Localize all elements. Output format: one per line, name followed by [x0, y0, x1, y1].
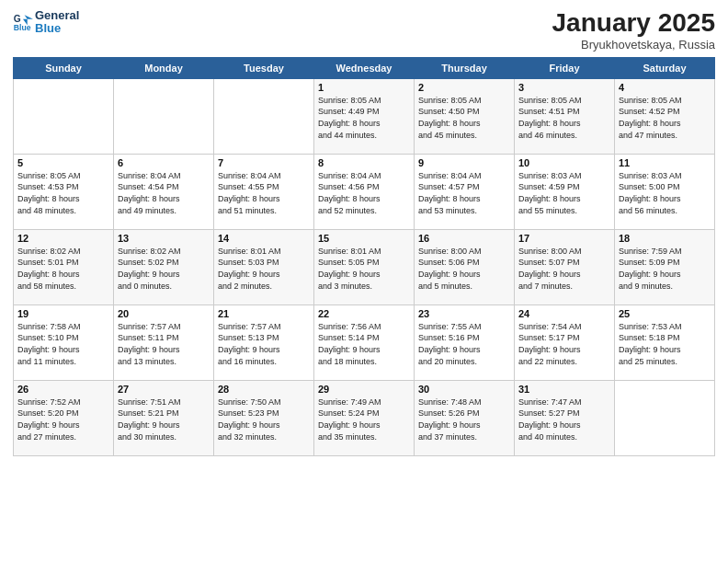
day-content-line: Sunset: 5:20 PM [17, 408, 79, 418]
day-content-line: Sunrise: 7:56 AM [318, 322, 381, 331]
day-content-line: and 22 minutes. [518, 357, 577, 366]
day-content-line: Daylight: 8 hours [619, 194, 681, 203]
day-content-line: Sunrise: 8:04 AM [418, 171, 482, 180]
day-content-line: Sunset: 4:53 PM [17, 182, 79, 191]
day-content-line: Sunset: 5:09 PM [619, 258, 680, 267]
day-content: Sunrise: 8:02 AMSunset: 5:01 PMDaylight:… [17, 246, 109, 292]
calendar-cell [214, 78, 314, 154]
day-content-line: and 3 minutes. [318, 282, 372, 291]
calendar-cell: 14Sunrise: 8:01 AMSunset: 5:03 PMDayligh… [214, 229, 314, 304]
day-content-line: Sunset: 5:24 PM [318, 408, 380, 418]
calendar-cell: 15Sunrise: 8:01 AMSunset: 5:05 PMDayligh… [314, 229, 415, 304]
day-content-line: Sunrise: 8:04 AM [318, 171, 381, 180]
calendar-cell: 12Sunrise: 8:02 AMSunset: 5:01 PMDayligh… [14, 229, 114, 304]
day-content-line: and 55 minutes. [518, 206, 577, 215]
title-block: January 2025 Bryukhovetskaya, Russia [552, 9, 715, 52]
day-content-line: Sunrise: 7:47 AM [518, 397, 582, 407]
day-number: 17 [518, 233, 610, 244]
day-content-line: and 53 minutes. [418, 206, 477, 215]
calendar-cell: 3Sunrise: 8:05 AMSunset: 4:51 PMDaylight… [515, 78, 615, 154]
day-content: Sunrise: 7:56 AMSunset: 5:14 PMDaylight:… [318, 321, 410, 367]
day-number: 14 [218, 233, 310, 244]
calendar-cell [615, 380, 715, 455]
day-content-line: Sunset: 5:05 PM [318, 258, 380, 267]
header-cell-sunday: Sunday [14, 57, 114, 78]
day-content-line: Daylight: 9 hours [218, 270, 280, 279]
day-content-line: Sunset: 5:07 PM [518, 258, 580, 267]
day-number: 11 [619, 157, 711, 168]
day-content-line: Sunrise: 8:05 AM [17, 171, 81, 180]
day-content: Sunrise: 7:57 AMSunset: 5:13 PMDaylight:… [218, 321, 310, 367]
header-cell-monday: Monday [114, 57, 214, 78]
day-content-line: Daylight: 8 hours [17, 270, 80, 279]
day-number: 21 [218, 308, 310, 319]
day-content-line: Daylight: 9 hours [17, 420, 80, 430]
day-content: Sunrise: 8:05 AMSunset: 4:52 PMDaylight:… [619, 95, 711, 141]
day-content-line: Sunrise: 8:01 AM [318, 247, 381, 256]
day-content-line: Sunset: 4:54 PM [118, 182, 179, 191]
calendar-cell: 9Sunrise: 8:04 AMSunset: 4:57 PMDaylight… [415, 154, 515, 229]
day-content: Sunrise: 7:50 AMSunset: 5:23 PMDaylight:… [218, 396, 310, 442]
calendar-cell: 30Sunrise: 7:48 AMSunset: 5:26 PMDayligh… [415, 380, 515, 455]
day-content-line: Sunrise: 7:53 AM [619, 322, 682, 331]
day-number: 15 [318, 233, 410, 244]
logo-general: General [35, 8, 79, 22]
day-number: 28 [218, 384, 310, 395]
day-content-line: Sunset: 5:17 PM [518, 333, 580, 342]
day-number: 8 [318, 157, 410, 168]
day-content: Sunrise: 7:58 AMSunset: 5:10 PMDaylight:… [17, 321, 109, 367]
logo-icon: G Blue [13, 12, 33, 32]
day-content-line: Sunset: 4:49 PM [318, 107, 380, 116]
day-content-line: and 40 minutes. [518, 432, 577, 442]
calendar-cell: 23Sunrise: 7:55 AMSunset: 5:16 PMDayligh… [415, 304, 515, 380]
day-content-line: Sunrise: 7:50 AM [218, 397, 281, 407]
day-content: Sunrise: 7:59 AMSunset: 5:09 PMDaylight:… [619, 246, 711, 292]
day-content-line: Sunrise: 8:05 AM [619, 96, 682, 105]
day-content-line: Sunset: 5:26 PM [418, 408, 480, 418]
day-content-line: Sunset: 5:27 PM [518, 408, 580, 418]
day-content-line: and 5 minutes. [418, 282, 472, 291]
calendar-cell: 19Sunrise: 7:58 AMSunset: 5:10 PMDayligh… [14, 304, 114, 380]
week-row-2: 12Sunrise: 8:02 AMSunset: 5:01 PMDayligh… [14, 229, 715, 304]
header-cell-saturday: Saturday [615, 57, 715, 78]
header-cell-thursday: Thursday [415, 57, 515, 78]
day-content-line: and 7 minutes. [518, 282, 573, 291]
calendar-cell: 2Sunrise: 8:05 AMSunset: 4:50 PMDaylight… [415, 78, 515, 154]
day-content-line: Sunset: 5:11 PM [118, 333, 179, 342]
day-content-line: Daylight: 9 hours [619, 345, 681, 354]
calendar-cell: 22Sunrise: 7:56 AMSunset: 5:14 PMDayligh… [314, 304, 415, 380]
header-cell-friday: Friday [515, 57, 615, 78]
day-content-line: Sunset: 5:18 PM [619, 333, 680, 342]
day-content-line: Sunset: 5:16 PM [418, 333, 480, 342]
day-number: 6 [118, 157, 210, 168]
day-content-line: and 52 minutes. [318, 206, 377, 215]
day-content: Sunrise: 8:05 AMSunset: 4:50 PMDaylight:… [418, 95, 510, 141]
header-cell-wednesday: Wednesday [314, 57, 415, 78]
day-content: Sunrise: 8:03 AMSunset: 4:59 PMDaylight:… [518, 170, 610, 216]
day-content-line: Sunrise: 8:01 AM [218, 247, 281, 256]
day-content: Sunrise: 7:49 AMSunset: 5:24 PMDaylight:… [318, 396, 410, 442]
day-content-line: Daylight: 9 hours [118, 345, 180, 354]
calendar-header: SundayMondayTuesdayWednesdayThursdayFrid… [14, 57, 715, 78]
day-content-line: Sunrise: 7:55 AM [418, 322, 482, 331]
day-content-line: Sunset: 5:10 PM [17, 333, 79, 342]
day-number: 12 [17, 233, 109, 244]
day-content-line: Daylight: 9 hours [218, 420, 280, 430]
calendar-cell: 29Sunrise: 7:49 AMSunset: 5:24 PMDayligh… [314, 380, 415, 455]
calendar-cell [14, 78, 114, 154]
day-number: 20 [118, 308, 210, 319]
day-content: Sunrise: 8:05 AMSunset: 4:53 PMDaylight:… [17, 170, 109, 216]
day-content-line: Sunrise: 8:04 AM [218, 171, 281, 180]
calendar-cell: 11Sunrise: 8:03 AMSunset: 5:00 PMDayligh… [615, 154, 715, 229]
day-content-line: Sunrise: 8:05 AM [318, 96, 381, 105]
day-content: Sunrise: 7:52 AMSunset: 5:20 PMDaylight:… [17, 396, 109, 442]
calendar-cell: 8Sunrise: 8:04 AMSunset: 4:56 PMDaylight… [314, 154, 415, 229]
day-number: 23 [418, 308, 510, 319]
day-content: Sunrise: 8:04 AMSunset: 4:55 PMDaylight:… [218, 170, 310, 216]
day-content: Sunrise: 7:57 AMSunset: 5:11 PMDaylight:… [118, 321, 210, 367]
calendar-cell [114, 78, 214, 154]
day-number: 22 [318, 308, 410, 319]
day-number: 29 [318, 384, 410, 395]
day-content-line: Sunrise: 7:49 AM [318, 397, 381, 407]
day-content-line: Sunset: 5:13 PM [218, 333, 279, 342]
